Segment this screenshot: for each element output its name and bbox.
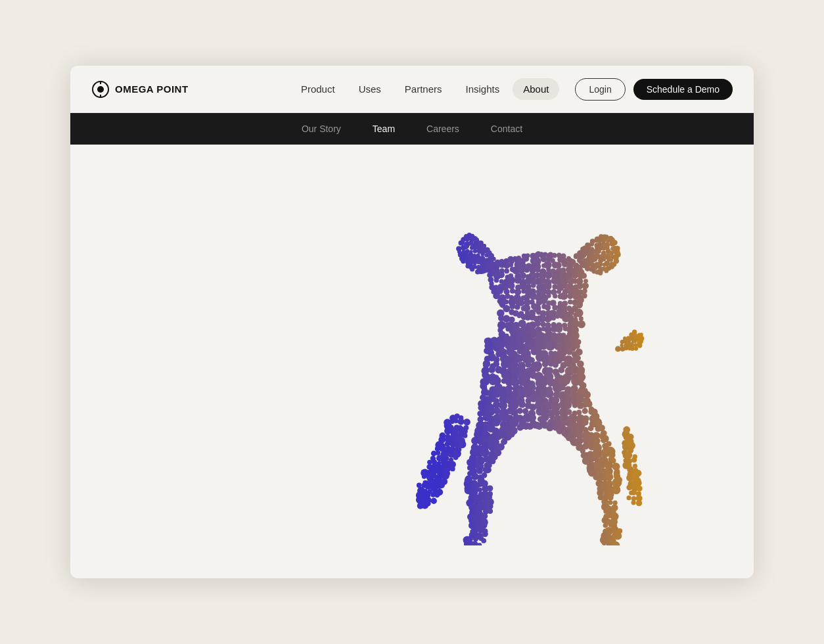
main-content: // Bull made of dots - generated via JS: [70, 145, 754, 578]
login-button[interactable]: Login: [575, 78, 625, 101]
nav-links: Product Uses Partners Insights About: [290, 78, 560, 100]
nav-partners[interactable]: Partners: [394, 78, 453, 100]
subnav-team[interactable]: Team: [357, 118, 411, 139]
browser-window: OMEGA POINT Product Uses Partners Insigh…: [70, 66, 754, 578]
logo-text: OMEGA POINT: [115, 83, 189, 95]
nav-about[interactable]: About: [513, 78, 559, 100]
logo[interactable]: OMEGA POINT: [91, 80, 189, 99]
subnav-our-story[interactable]: Our Story: [286, 118, 357, 139]
bull-illustration: // Bull made of dots - generated via JS: [97, 177, 359, 545]
schedule-demo-button[interactable]: Schedule a Demo: [633, 79, 733, 100]
svg-point-1: [97, 86, 104, 93]
subnav-careers[interactable]: Careers: [411, 118, 475, 139]
nav-actions: Login Schedule a Demo: [575, 78, 733, 101]
nav-insights[interactable]: Insights: [455, 78, 511, 100]
top-nav: OMEGA POINT Product Uses Partners Insigh…: [70, 66, 754, 113]
subnav-contact[interactable]: Contact: [475, 118, 538, 139]
bull-canvas: [359, 177, 727, 545]
nav-product[interactable]: Product: [290, 78, 346, 100]
sub-nav: Our Story Team Careers Contact: [70, 113, 754, 145]
logo-icon: [91, 80, 110, 99]
nav-uses[interactable]: Uses: [348, 78, 392, 100]
